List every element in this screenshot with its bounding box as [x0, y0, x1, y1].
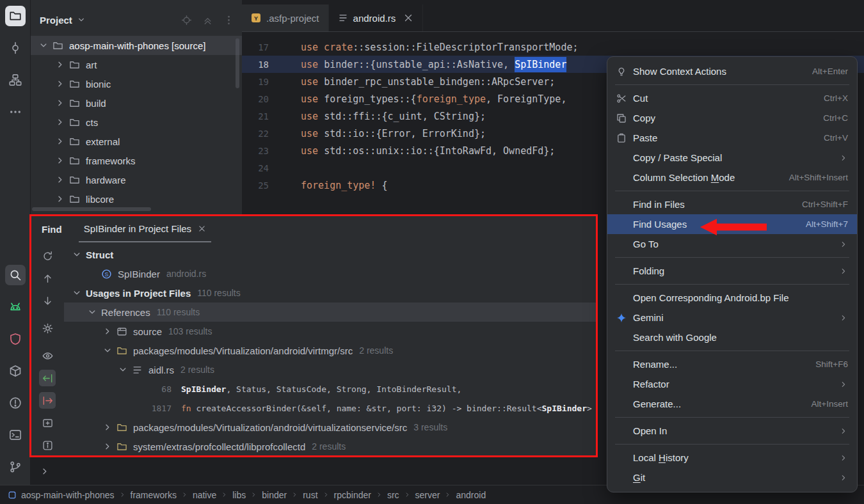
menu-item-open-corresponding-android-bp-file[interactable]: Open Corresponding Android.bp File [607, 288, 857, 308]
chevron-right-icon[interactable] [55, 59, 65, 70]
menu-item-go-to[interactable]: Go To [607, 234, 857, 254]
result-tree-item[interactable]: Usages in Project Files110 results [64, 283, 598, 303]
tree-item[interactable]: cts [31, 113, 242, 132]
problems-tool-icon[interactable] [5, 393, 26, 413]
menu-item-gemini[interactable]: Gemini [607, 308, 857, 327]
breadcrumb-item[interactable]: native [193, 490, 216, 500]
line-number[interactable]: 25 [242, 180, 275, 191]
tree-item[interactable]: frameworks [31, 151, 242, 170]
line-number[interactable]: 19 [242, 77, 275, 87]
logcat-tool-icon[interactable] [5, 297, 26, 317]
menu-item-local-history[interactable]: Local History [607, 448, 857, 468]
chevron-right-icon[interactable] [55, 98, 65, 108]
chevron-right-icon[interactable] [40, 466, 50, 476]
preview-usages-icon[interactable] [39, 347, 56, 364]
menu-item-search-with-google[interactable]: Search with Google [607, 327, 857, 347]
chevron-down-icon[interactable] [72, 288, 82, 298]
terminal-tool-icon[interactable] [5, 425, 26, 445]
app-insights-tool-icon[interactable] [5, 329, 26, 349]
line-number[interactable]: 24 [242, 163, 275, 173]
settings-icon[interactable] [39, 320, 56, 336]
version-control-tool-icon[interactable] [5, 457, 26, 477]
help-info-icon[interactable] [39, 437, 56, 453]
result-tree-item[interactable]: system/extras/profcollectd/libprofcollec… [64, 437, 598, 456]
menu-item-git[interactable]: Git [607, 468, 857, 487]
breadcrumb-item[interactable]: src [387, 490, 399, 500]
line-number[interactable]: 21 [242, 111, 275, 122]
menu-item-generate[interactable]: Generate...Alt+Insert [607, 394, 857, 414]
tree-item[interactable]: bionic [31, 74, 242, 93]
autoscroll-to-source-icon[interactable] [39, 370, 56, 386]
chevron-down-icon[interactable] [87, 307, 97, 317]
close-icon[interactable] [198, 224, 206, 233]
line-number[interactable]: 23 [242, 146, 275, 156]
chevron-right-icon[interactable] [102, 326, 113, 336]
next-occurrence-icon[interactable] [39, 292, 56, 309]
chevron-down-icon[interactable] [38, 40, 49, 51]
chevron-down-icon[interactable] [72, 249, 82, 260]
find-tool-icon[interactable] [5, 265, 26, 285]
result-tree-item[interactable]: Struct [64, 245, 598, 264]
project-tool-icon[interactable] [5, 6, 26, 26]
result-tree-item[interactable]: packages/modules/Virtualization/android/… [64, 418, 598, 437]
breadcrumb-item[interactable]: binder [262, 490, 287, 500]
tree-item[interactable]: external [31, 132, 242, 151]
chevron-down-icon[interactable] [77, 15, 86, 24]
collapse-all-icon[interactable] [202, 15, 213, 26]
result-tree-item[interactable]: References110 results [64, 303, 598, 322]
tree-item[interactable]: art [31, 55, 242, 74]
more-options-icon[interactable] [223, 15, 234, 26]
locate-file-icon[interactable] [181, 15, 192, 26]
result-line[interactable]: 1817fn createAccessorBinder(&self, name:… [64, 398, 598, 418]
code-line[interactable]: 17use crate::session::FileDescriptorTran… [242, 38, 864, 56]
chevron-right-icon[interactable] [55, 117, 65, 127]
tree-item[interactable]: libcore [31, 189, 242, 209]
breadcrumb-item[interactable]: android [456, 490, 486, 500]
open-in-new-tab-icon[interactable] [39, 414, 56, 431]
result-tree-item[interactable]: SSpIBinderandroid.rs [64, 264, 598, 283]
line-number[interactable]: 20 [242, 94, 275, 104]
chevron-right-icon[interactable] [55, 155, 65, 166]
previous-occurrence-icon[interactable] [39, 270, 56, 287]
chevron-down-icon[interactable] [118, 365, 128, 375]
open-in-editor-icon[interactable] [39, 392, 56, 409]
breadcrumb-item[interactable]: frameworks [131, 490, 177, 500]
chevron-right-icon[interactable] [55, 79, 65, 89]
breadcrumb-item[interactable]: aosp-main-with-phones [21, 490, 115, 500]
breadcrumb-item[interactable]: libs [232, 490, 246, 500]
line-number[interactable]: 18 [242, 59, 275, 70]
chevron-right-icon[interactable] [55, 194, 65, 204]
line-number[interactable]: 17 [242, 42, 275, 52]
more-tool-windows-icon[interactable] [5, 102, 26, 122]
menu-item-refactor[interactable]: Refactor [607, 374, 857, 394]
menu-item-open-in[interactable]: Open In [607, 421, 857, 441]
tree-item[interactable]: hardware [31, 170, 242, 189]
project-panel-title[interactable]: Project [40, 15, 72, 26]
chevron-right-icon[interactable] [55, 136, 65, 146]
editor-tab-android-rs[interactable]: android.rs [329, 4, 424, 31]
menu-item-paste[interactable]: PasteCtrl+V [607, 128, 857, 148]
rerun-search-icon[interactable] [39, 248, 56, 264]
chevron-right-icon[interactable] [102, 441, 113, 452]
chevron-right-icon[interactable] [55, 175, 65, 185]
menu-item-column-selection-mode[interactable]: Column Selection ModeAlt+Shift+Insert [607, 168, 857, 187]
result-tree-item[interactable]: source103 results [64, 322, 598, 341]
project-scrollbar-vertical[interactable] [236, 38, 239, 88]
menu-item-copy-paste-special[interactable]: Copy / Paste Special [607, 148, 857, 168]
commit-tool-icon[interactable] [5, 38, 26, 58]
menu-item-copy[interactable]: CopyCtrl+C [607, 108, 857, 128]
tree-item[interactable]: build [31, 93, 242, 113]
chevron-down-icon[interactable] [102, 345, 113, 356]
find-results-tab[interactable]: SpIBinder in Project Files [79, 216, 211, 242]
result-tree-item[interactable]: packages/modules/Virtualization/android/… [64, 341, 598, 360]
menu-item-rename[interactable]: Rename...Shift+F6 [607, 354, 857, 374]
project-scrollbar-horizontal[interactable] [32, 207, 151, 211]
breadcrumb-item[interactable]: rust [303, 490, 317, 500]
menu-item-cut[interactable]: CutCtrl+X [607, 88, 857, 108]
editor-tab--asfp-project[interactable]: Y.asfp-project [242, 4, 329, 31]
menu-item-show-context-actions[interactable]: Show Context ActionsAlt+Enter [607, 61, 857, 81]
chevron-right-icon[interactable] [102, 422, 113, 432]
menu-item-find-usages[interactable]: Find UsagesAlt+Shift+7 [607, 214, 857, 234]
result-tree-item[interactable]: aidl.rs2 results [64, 360, 598, 379]
tree-item-root[interactable]: aosp-main-with-phones [source] [31, 36, 242, 55]
